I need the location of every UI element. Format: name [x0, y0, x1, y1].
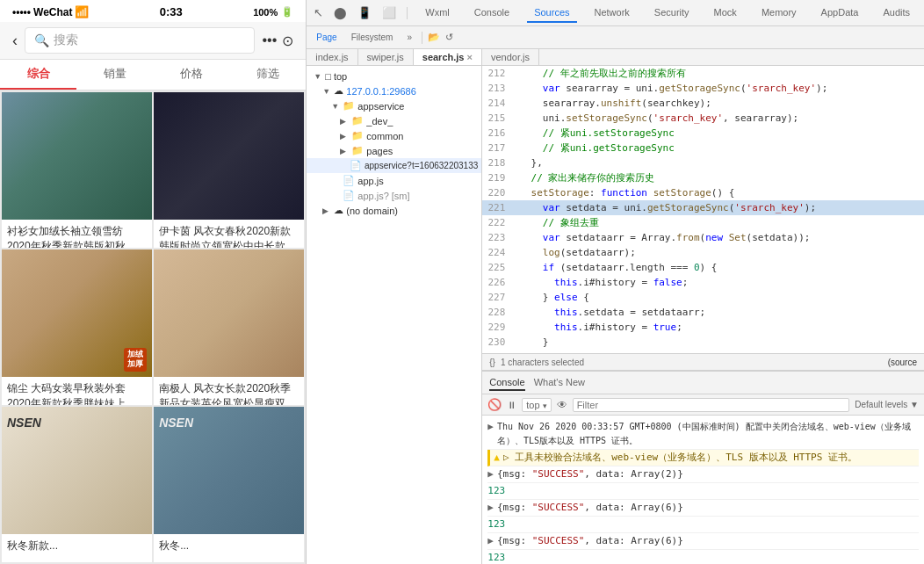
cloud-icon: ☁: [334, 205, 343, 216]
toolbar-filesystem[interactable]: Filesystem: [347, 31, 398, 44]
product-card[interactable]: NSEN 秋冬新款...: [2, 407, 152, 562]
scan-icon[interactable]: ⊙: [282, 33, 293, 49]
tree-item-appjs[interactable]: 📄 app.js: [307, 173, 481, 188]
console-obj-text: {msg: "SUCCESS", data: Array(6)}: [497, 501, 683, 515]
expand-icon[interactable]: ▶: [487, 467, 494, 481]
code-table: 212 // 年之前先取出之前的搜索所有 213 var seararray =…: [482, 66, 924, 353]
product-title: 伊卡茵 风衣女春秋2020新款 韩版时尚立领宽松中中长款外...: [159, 224, 299, 248]
search-icon: 🔍: [34, 33, 49, 47]
console-filter-input[interactable]: [573, 398, 850, 412]
pause-icon[interactable]: ⏸: [507, 400, 516, 410]
cloud-icon: ☁: [334, 85, 343, 97]
clear-icon[interactable]: 🚫: [487, 398, 502, 411]
status-right: 100% 🔋: [253, 6, 293, 18]
console-expand-2: ▶ {msg: "SUCCESS", data: Array(6)}: [487, 500, 919, 517]
arrow-icon: ▼: [314, 72, 322, 81]
product-card[interactable]: 加绒加厚 锦尘 大码女装早秋装外套 2020年新款秋季胖妹妹上... 退货运费险…: [2, 249, 152, 405]
product-card[interactable]: NSEN 秋冬...: [154, 407, 304, 562]
product-card[interactable]: 伊卡茵 风衣女春秋2020新款 韩版时尚立领宽松中中长款外... 退货运费险 预…: [154, 92, 304, 248]
devtools-main: ▼ □ top ▼ ☁ 127.0.0.1:29686 ▼ 📁 appservi…: [307, 66, 924, 564]
product-badge: 加绒加厚: [124, 348, 147, 372]
product-title: 秋冬...: [159, 539, 299, 553]
dt-tab-appdata[interactable]: AppData: [814, 4, 866, 23]
tree-item-top[interactable]: ▼ □ top: [307, 69, 481, 83]
devtools-icon-circle[interactable]: ⬤: [334, 6, 347, 19]
dt-tab-console[interactable]: Console: [467, 4, 516, 23]
file-tab-vendor[interactable]: vendor.js: [482, 49, 539, 65]
tree-item-appservice[interactable]: ▼ 📁 appservice: [307, 98, 481, 113]
dt-tab-sources[interactable]: Sources: [527, 4, 576, 23]
arrow-icon: ▶: [340, 132, 349, 141]
product-image: NSEN: [2, 407, 152, 534]
dt-tab-audits[interactable]: Audits: [876, 4, 917, 23]
arrow-icon: ▶: [340, 147, 349, 155]
wifi-icon: 📶: [75, 5, 89, 18]
console-message: ▶ Thu Nov 26 2020 00:33:57 GMT+0800 (中国标…: [487, 419, 919, 450]
file-tab-swiper[interactable]: swiper.js: [358, 49, 414, 65]
toolbar-page[interactable]: Page: [312, 31, 341, 44]
dt-tab-security[interactable]: Security: [647, 4, 697, 23]
console-text: Thu Nov 26 2020 00:33:57 GMT+0800 (中国标准时…: [497, 420, 919, 448]
code-line: 220 setStorage: function setStorage() {: [482, 185, 924, 200]
dt-tab-mock[interactable]: Mock: [707, 4, 744, 23]
devtools-icon-square[interactable]: ⬜: [382, 6, 396, 19]
eye-icon[interactable]: 👁: [557, 399, 567, 411]
product-title: 锦尘 大码女装早秋装外套 2020年新款秋季胖妹妹上...: [7, 381, 147, 405]
product-info: 秋冬...: [154, 534, 304, 562]
devtools-top-bar: ↖ ⬤ 📱 ⬜ Wxml Console Sources Network Sec…: [307, 0, 924, 26]
tab-sales[interactable]: 销量: [76, 60, 153, 90]
product-title: 衬衫女加绒长袖立领雪纺 2020年秋季新款韩版初秋...: [7, 224, 147, 248]
tree-item-dev[interactable]: ▶ 📁 _dev_: [307, 113, 481, 128]
code-line: 230 }: [482, 335, 924, 350]
tree-item-appservice-file[interactable]: 📄 appservice?t=160632203133: [307, 158, 481, 173]
tab-price[interactable]: 价格: [153, 60, 229, 90]
product-image: [2, 92, 152, 220]
tree-label: appservice?t=160632203133: [365, 161, 478, 170]
code-line: 222 // 象组去重: [482, 215, 924, 230]
console-tab-console[interactable]: Console: [489, 375, 524, 391]
file-tree: ▼ □ top ▼ ☁ 127.0.0.1:29686 ▼ 📁 appservi…: [307, 66, 482, 564]
tree-item-nodomain[interactable]: ▶ ☁ (no domain): [307, 203, 481, 218]
console-number-2: 123: [487, 517, 919, 533]
console-toolbar: 🚫 ⏸ top ▾ 👁 Default levels ▼: [482, 394, 924, 416]
toolbar-more[interactable]: »: [402, 31, 416, 44]
refresh-icon[interactable]: ↺: [445, 32, 453, 43]
more-icon[interactable]: •••: [262, 33, 277, 48]
console-number-3: 123: [487, 550, 919, 564]
expand-arrow[interactable]: ▶: [487, 420, 494, 434]
product-info: 锦尘 大码女装早秋装外套 2020年新款秋季胖妹妹上... 退货运费险 预计24…: [2, 377, 152, 405]
tree-item-pages[interactable]: ▶ 📁 pages: [307, 143, 481, 158]
default-levels[interactable]: Default levels ▼: [855, 400, 919, 409]
file-tab-index[interactable]: index.js: [307, 49, 357, 65]
expand-icon[interactable]: ▶: [487, 534, 494, 548]
dt-tab-wxml[interactable]: Wxml: [418, 4, 457, 23]
back-icon[interactable]: ‹: [12, 32, 18, 50]
phone-simulator: ••••• WeChat 📶 0:33 100% 🔋 ‹ 🔍 搜索 ••• ⊙ …: [0, 0, 307, 564]
devtools-icon-cursor[interactable]: ↖: [314, 6, 323, 19]
product-image: NSEN: [154, 407, 304, 534]
editor-status-bar: {} 1 characters selected (source: [482, 353, 924, 371]
dt-tab-network[interactable]: Network: [588, 4, 637, 23]
search-text: 搜索: [54, 33, 78, 48]
tree-item-common[interactable]: ▶ 📁 common: [307, 128, 481, 143]
product-card[interactable]: 南极人 风衣女长款2020秋季 新品女装英伦风宽松显瘦双... 退货运费险 预计…: [154, 249, 304, 405]
tab-comprehensive[interactable]: 综合: [0, 60, 76, 90]
console-tab-whatsnew[interactable]: What's New: [534, 375, 585, 391]
devtools-icon-phone[interactable]: 📱: [357, 6, 372, 19]
expand-icon[interactable]: ▶: [487, 501, 494, 515]
context-selector[interactable]: top ▾: [522, 398, 551, 412]
tree-item-localhost[interactable]: ▼ ☁ 127.0.0.1:29686: [307, 83, 481, 98]
tree-label: (no domain): [346, 206, 398, 216]
console-warn-message: ▲ ▷ 工具未校验合法域名、web-view（业务域名）、TLS 版本以及 HT…: [487, 450, 919, 466]
code-editor-area: 212 // 年之前先取出之前的搜索所有 213 var seararray =…: [482, 66, 924, 564]
file-tab-search[interactable]: search.js ×: [414, 49, 482, 65]
tree-item-appjs-sm[interactable]: 📄 app.js? [sm]: [307, 188, 481, 203]
code-editor[interactable]: 212 // 年之前先取出之前的搜索所有 213 var seararray =…: [482, 66, 924, 353]
dt-tab-memory[interactable]: Memory: [754, 4, 804, 23]
add-folder-icon[interactable]: 📂: [428, 32, 440, 43]
arrow-icon: ▼: [322, 87, 331, 96]
tab-filter[interactable]: 筛选: [229, 60, 306, 90]
product-card[interactable]: 衬衫女加绒长袖立领雪纺 2020年秋季新款韩版初秋... 退货运费险 预计12h…: [2, 92, 152, 248]
search-bar[interactable]: 🔍 搜索: [25, 27, 255, 54]
code-line: 225 if (setdataarr.length === 0) {: [482, 260, 924, 275]
